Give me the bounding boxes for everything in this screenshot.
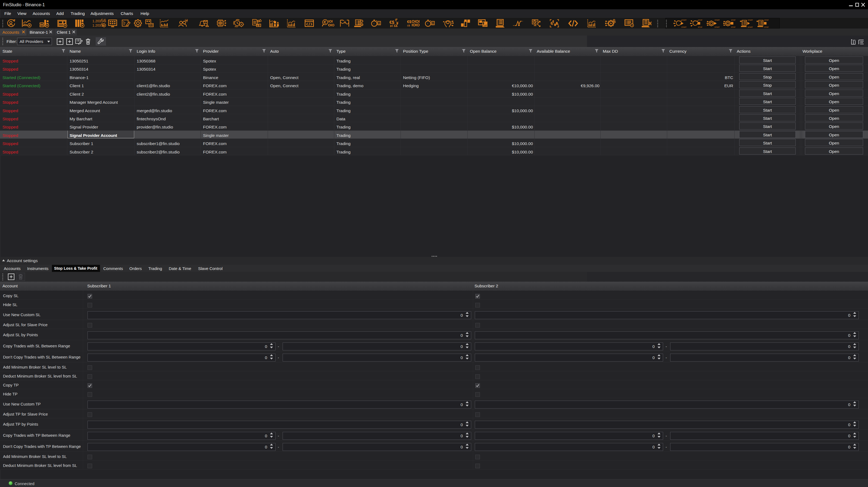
svg-text:STOP: STOP xyxy=(764,19,769,21)
svg-text:START: START xyxy=(681,19,686,21)
svg-text:START: START xyxy=(748,26,753,28)
svg-text:STOP: STOP xyxy=(731,19,735,21)
svg-text:STOP: STOP xyxy=(698,19,702,21)
svg-text:STOP: STOP xyxy=(698,26,702,28)
svg-text:START: START xyxy=(714,26,720,28)
svg-text:STOP: STOP xyxy=(731,26,735,28)
svg-text:START: START xyxy=(681,26,686,28)
svg-text:START: START xyxy=(748,19,753,21)
svg-text:STOP: STOP xyxy=(764,26,769,28)
svg-text:START: START xyxy=(714,19,720,21)
